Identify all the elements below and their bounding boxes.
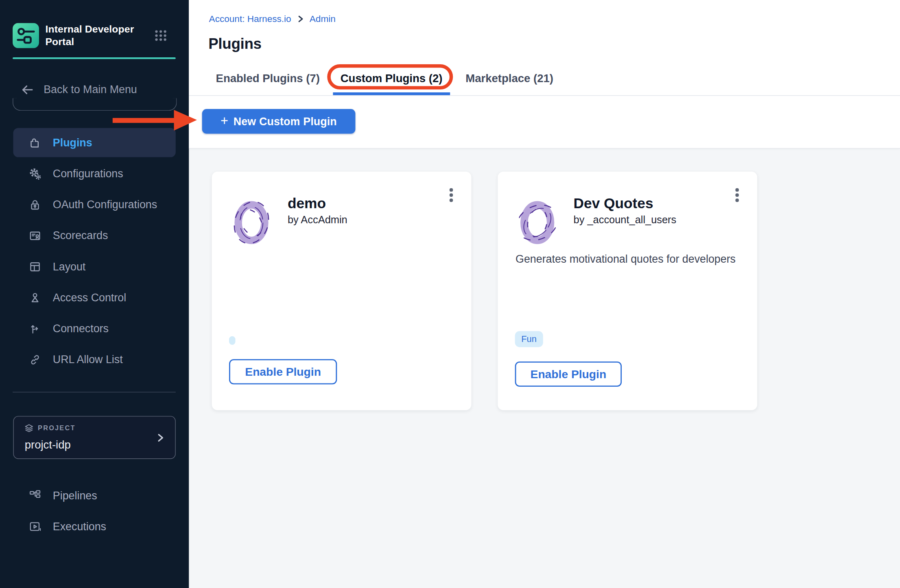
sidebar-accent-divider: [13, 57, 176, 59]
plugin-name: demo: [288, 195, 326, 212]
sidebar-item-label: Configurations: [53, 167, 123, 180]
sidebar-item-connectors[interactable]: Connectors: [13, 314, 175, 343]
tab-marketplace[interactable]: Marketplace (21): [465, 64, 553, 92]
sidebar-item-oauth-configurations[interactable]: OAuth Configurations: [13, 190, 175, 219]
lock-icon: [28, 198, 42, 211]
sidebar-item-label: Pipelines: [53, 490, 97, 502]
plugin-tag-fun: Fun: [515, 331, 543, 347]
tab-enabled-plugins[interactable]: Enabled Plugins (7): [216, 64, 320, 92]
sidebar-item-label: Connectors: [53, 322, 109, 335]
plugin-logo-ring-icon: [233, 200, 270, 246]
layers-icon: [25, 424, 33, 432]
sidebar-item-executions[interactable]: Executions: [13, 512, 175, 541]
breadcrumb-account-link[interactable]: Account: Harness.io: [209, 14, 291, 24]
active-tab-underline: [333, 92, 450, 95]
chevron-right-icon: [296, 15, 304, 23]
branch-icon: [28, 322, 42, 335]
sidebar-item-configurations[interactable]: Configurations: [13, 159, 175, 188]
layout-icon: [28, 259, 42, 273]
executions-icon: [28, 520, 42, 534]
sidebar: Internal Developer Portal Back to Main M…: [0, 0, 189, 588]
puzzle-icon: [28, 136, 42, 150]
gears-icon: [28, 167, 42, 181]
sidebar-item-layout[interactable]: Layout: [13, 252, 175, 281]
sidebar-item-label: Layout: [53, 260, 85, 273]
sidebar-nav: Plugins Configurations OAuth Configurati…: [13, 128, 175, 376]
sidebar-divider: [13, 392, 176, 392]
sidebar-item-label: Plugins: [53, 136, 92, 149]
plugin-author: by AccAdmin: [288, 214, 347, 226]
menu-group-outline: [13, 98, 177, 111]
project-label: PROJECT: [38, 425, 75, 431]
new-custom-plugin-label: New Custom Plugin: [234, 115, 337, 128]
back-arrow-icon: [20, 82, 35, 97]
sidebar-item-access-control[interactable]: Access Control: [13, 283, 175, 312]
plus-icon: +: [221, 113, 228, 128]
link-icon: [28, 353, 42, 366]
plugin-card-dev-quotes: Dev Quotes by _account_all_users Generat…: [498, 172, 757, 410]
plugin-description: Generates motivational quotes for develo…: [516, 252, 744, 266]
back-label: Back to Main Menu: [44, 83, 137, 96]
scorecard-icon: [28, 229, 42, 242]
empty-tag-chip: [229, 336, 236, 345]
sidebar-item-label: OAuth Configurations: [53, 198, 157, 211]
sidebar-item-label: Executions: [53, 520, 106, 533]
app-window: Internal Developer Portal Back to Main M…: [0, 0, 900, 588]
enable-plugin-button[interactable]: Enable Plugin: [515, 362, 622, 387]
project-selector[interactable]: PROJECT projct-idp: [13, 416, 175, 459]
project-name: projct-idp: [25, 438, 71, 451]
person-icon: [28, 291, 42, 305]
page-header: Account: Harness.io Admin Plugins Enable…: [189, 0, 900, 148]
kebab-menu-icon[interactable]: [730, 186, 744, 204]
breadcrumb: Account: Harness.io Admin: [209, 14, 336, 24]
plugin-author: by _account_all_users: [574, 214, 677, 226]
chevron-right-icon: [155, 433, 165, 443]
sidebar-item-label: Scorecards: [53, 229, 108, 242]
pipelines-icon: [28, 489, 42, 503]
sidebar-item-label: URL Allow List: [53, 353, 123, 366]
plugin-name: Dev Quotes: [574, 195, 653, 212]
sidebar-item-scorecards[interactable]: Scorecards: [13, 221, 175, 250]
enable-plugin-button[interactable]: Enable Plugin: [229, 359, 337, 384]
sidebar-item-label: Access Control: [53, 291, 126, 304]
page-title: Plugins: [208, 35, 262, 53]
sidebar-item-pipelines[interactable]: Pipelines: [13, 481, 175, 510]
app-title: Internal Developer Portal: [45, 23, 146, 48]
sidebar-item-url-allow-list[interactable]: URL Allow List: [13, 345, 175, 374]
back-to-main-menu[interactable]: Back to Main Menu: [20, 78, 163, 101]
new-custom-plugin-button[interactable]: + New Custom Plugin: [202, 109, 356, 134]
plugin-logo-ring-icon: [519, 200, 556, 246]
tab-custom-plugins[interactable]: Custom Plugins (2): [341, 64, 443, 92]
breadcrumb-admin-link[interactable]: Admin: [310, 14, 336, 24]
app-switcher-grid-icon[interactable]: [154, 29, 168, 43]
idp-logo-icon: [13, 23, 39, 48]
tabs-divider: [189, 95, 900, 96]
sidebar-item-plugins[interactable]: Plugins: [13, 128, 175, 157]
kebab-menu-icon[interactable]: [444, 186, 458, 204]
plugin-card-demo: demo by AccAdmin Enable Plugin: [212, 172, 472, 410]
